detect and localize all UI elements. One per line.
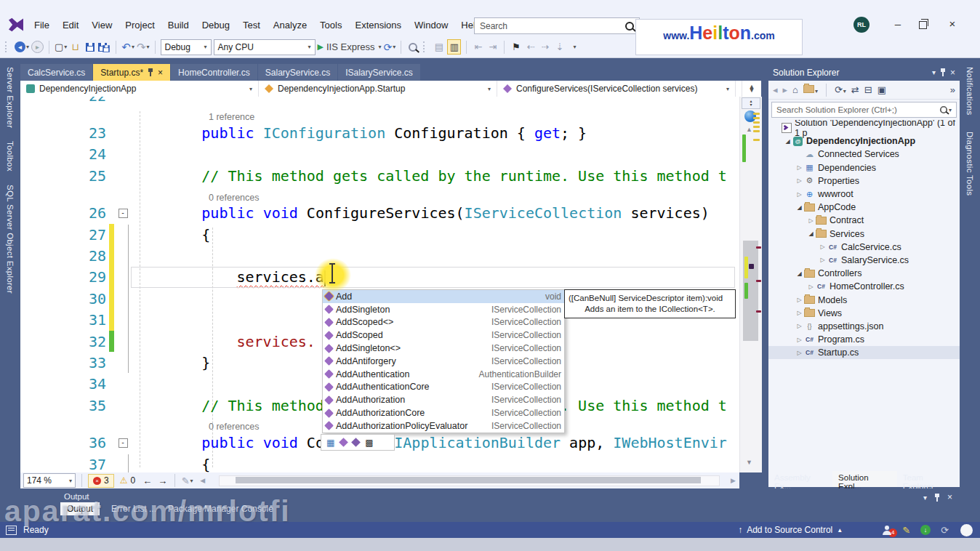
expander-collapsed-icon[interactable]: ▷ (806, 283, 816, 290)
platform-dropdown[interactable]: Any CPU▾ (214, 39, 316, 55)
indent-increase-icon[interactable]: ⇥ (486, 40, 499, 54)
window-position-icon[interactable]: ▾ (923, 494, 927, 502)
close-icon[interactable]: × (950, 68, 955, 78)
tab-startup-cs[interactable]: Startup.cs*× (93, 64, 170, 81)
edit-mode-icon[interactable]: ✎ (902, 525, 910, 536)
pin-icon[interactable] (148, 68, 153, 76)
tree-item-program-cs[interactable]: ▷C#Program.cs (768, 333, 960, 346)
intellisense-item-addauthentication[interactable]: AddAuthenticationAuthenticationBuilder (323, 368, 564, 381)
warning-count-button[interactable]: ⚠ 0 (117, 475, 138, 486)
navigate-back-small-icon[interactable]: ← (141, 474, 153, 488)
sync-icon[interactable]: ⟳ (941, 525, 949, 536)
tab-calcservice-cs[interactable]: CalcService.cs (20, 64, 92, 81)
menu-view[interactable]: View (85, 17, 119, 33)
expander-collapsed-icon[interactable]: ▷ (795, 177, 804, 184)
editor-vertical-scrollbar[interactable]: ▴▾ ▲ ▼ (739, 97, 762, 472)
splitter-icon[interactable]: ▲▼ (742, 81, 761, 97)
close-button[interactable]: × (943, 17, 962, 30)
sidebar-tab-diagnostic-tools[interactable]: Diagnostic Tools (965, 132, 974, 196)
menu-file[interactable]: File (28, 17, 56, 33)
tree-item-salaryservice-cs[interactable]: ▷C#SalaryService.cs (768, 254, 960, 267)
fold-collapse-button[interactable]: - (114, 438, 132, 448)
notifications-icon[interactable]: 4 (882, 526, 892, 535)
window-position-icon[interactable]: ▾ (932, 68, 936, 76)
tree-item-connected-services[interactable]: ☁Connected Services (768, 148, 960, 161)
navigate-back-button[interactable]: ◂▾ (15, 40, 29, 54)
tree-item-controllers[interactable]: ◢Controllers (768, 267, 960, 280)
expander-collapsed-icon[interactable]: ▷ (818, 244, 827, 250)
tree-item-appcode[interactable]: ◢AppCode (768, 201, 960, 214)
expander-collapsed-icon[interactable]: ▷ (795, 191, 804, 198)
expander-expanded-icon[interactable]: ◢ (795, 204, 804, 211)
expander-expanded-icon[interactable]: ◢ (795, 270, 804, 277)
search-box[interactable]: Search (474, 17, 640, 34)
sidebar-tab-server-explorer[interactable]: Server Explorer (6, 67, 15, 128)
codelens-references[interactable]: 0 references (20, 187, 739, 203)
sidebar-tab-notifications[interactable]: Notifications (965, 67, 974, 116)
pin-icon[interactable] (934, 494, 940, 502)
expander-collapsed-icon[interactable]: ▷ (806, 217, 816, 224)
formatting-brush-icon[interactable]: ✎▾ (181, 474, 193, 488)
menu-project[interactable]: Project (119, 17, 161, 33)
menu-tools[interactable]: Tools (313, 17, 348, 33)
tree-item-wwwroot[interactable]: ▷⊕wwwroot (768, 188, 960, 201)
hscroll-left-icon[interactable]: ◀ (196, 474, 209, 488)
tab-isalaryservice-cs[interactable]: ISalaryService.cs (338, 64, 420, 81)
intellisense-item-addauthenticationcore[interactable]: AddAuthenticationCoreIServiceCollection (323, 381, 564, 394)
expander-collapsed-icon[interactable]: ▷ (795, 350, 804, 356)
intellisense-item-addauthorizationcore[interactable]: AddAuthorizationCoreIServiceCollection (323, 406, 564, 419)
menu-window[interactable]: Window (408, 17, 454, 33)
tree-item-models[interactable]: ▷Models (768, 293, 960, 306)
add-to-source-control-button[interactable]: ↑ Add to Source Control ▲ (738, 525, 843, 535)
split-window-handle[interactable]: ▴▾ (742, 97, 760, 109)
se-back-icon[interactable]: ◂ (773, 84, 778, 95)
redo-button[interactable]: ↷▾ (137, 40, 150, 54)
indent-decrease-icon[interactable]: ⇤ (472, 40, 484, 54)
toolbar-grip[interactable] (423, 41, 428, 52)
menu-extensions[interactable]: Extensions (348, 17, 408, 33)
tree-item-homecontroller-cs[interactable]: ▷C#HomeController.cs (768, 280, 960, 293)
expander-collapsed-icon[interactable]: ▷ (795, 337, 804, 343)
sidebar-tab-sql-server-object-explorer[interactable]: SQL Server Object Explorer (6, 185, 15, 294)
intellisense-item-addscoped[interactable]: AddScoped<>IServiceCollection (323, 316, 564, 329)
intellisense-item-addscoped[interactable]: AddScopedIServiceCollection (323, 329, 564, 342)
pending-changes-filter-icon[interactable]: ⟳▾ (835, 84, 846, 95)
zoom-level-dropdown[interactable]: 174 %▾ (23, 473, 76, 488)
codelens-references[interactable]: 1 reference (20, 106, 739, 122)
sidebar-tab-toolbox[interactable]: Toolbox (6, 141, 15, 172)
bookmark-button[interactable]: ⚑ (510, 40, 522, 54)
collapse-all-icon[interactable]: ⊟ (864, 84, 872, 95)
tree-item-calcservice-cs[interactable]: ▷C#CalcService.cs (768, 241, 960, 254)
expander-expanded-icon[interactable]: ◢ (806, 230, 816, 237)
filter-table-icon[interactable]: ▦ (326, 438, 334, 448)
filter-method-icon[interactable] (351, 438, 361, 447)
minimize-button[interactable]: – (888, 17, 907, 30)
intellisense-item-addantiforgery[interactable]: AddAntiforgeryIServiceCollection (323, 355, 564, 368)
intellisense-item-addauthorization[interactable]: AddAuthorizationIServiceCollection (323, 393, 564, 406)
intellisense-item-addsingleton[interactable]: AddSingleton<>IServiceCollection (323, 342, 564, 355)
avatar[interactable]: RL (854, 17, 869, 33)
expander-collapsed-icon[interactable]: ▷ (795, 297, 804, 303)
find-in-files-icon[interactable] (406, 40, 419, 54)
tree-item-properties[interactable]: ▷⚙Properties (768, 174, 960, 188)
menu-build[interactable]: Build (161, 17, 196, 33)
start-debugging-button[interactable]: ▶ IIS Express ▾ (318, 40, 382, 54)
switch-views-icon[interactable]: ▾ (803, 84, 818, 95)
tab-homecontroller-cs[interactable]: HomeController.cs (171, 64, 257, 81)
navigate-forward-small-icon[interactable]: → (156, 474, 169, 488)
menu-edit[interactable]: Edit (56, 17, 85, 33)
tool-tab-assembly-ex[interactable]: Assembly Ex... (768, 471, 832, 487)
menu-debug[interactable]: Debug (196, 17, 236, 33)
save-all-button[interactable] (98, 40, 111, 54)
publish-icon[interactable]: ↓ (920, 525, 931, 535)
bookmark-next-icon[interactable]: ⇢ (539, 40, 551, 54)
toolbar-overflow-button[interactable]: ▾ (568, 40, 580, 54)
expander-collapsed-icon[interactable]: ▷ (818, 257, 827, 263)
hscrollbar-thumb[interactable] (236, 477, 701, 483)
solution-explorer-search[interactable]: Search Solution Explorer (Ctrl+;) ▾ (771, 102, 957, 118)
refresh-button[interactable]: ⟳▾ (383, 40, 395, 54)
menu-analyze[interactable]: Analyze (267, 17, 313, 33)
breadcrumb[interactable]: DependencyInjectionApp▾ (20, 81, 259, 97)
se-forward-icon[interactable]: ▸ (783, 84, 788, 95)
scroll-up-icon[interactable]: ▲ (746, 126, 752, 133)
